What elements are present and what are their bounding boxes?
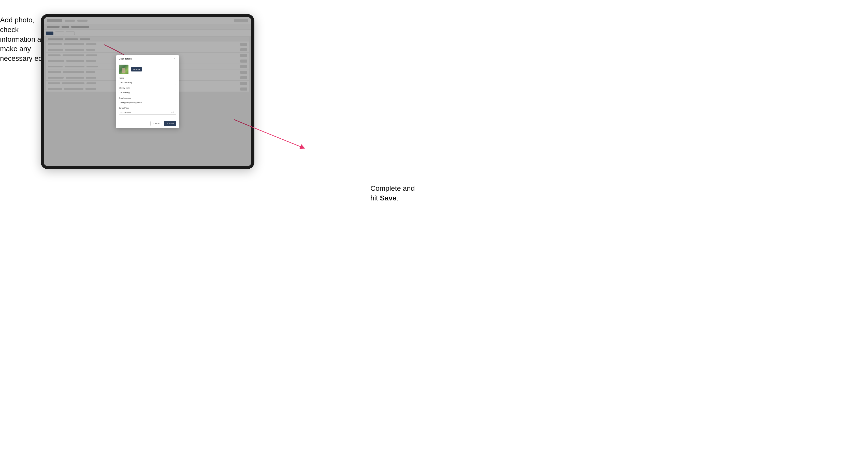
tablet-device: User details × Upload <box>41 14 254 169</box>
email-input[interactable] <box>119 100 176 105</box>
school-year-arrows: ▲ ▼ <box>173 111 175 114</box>
email-label: Email address <box>119 97 176 99</box>
modal-overlay: User details × Upload <box>44 17 251 166</box>
modal-title: User details <box>119 58 132 60</box>
school-year-clear-icon[interactable]: × <box>171 111 173 114</box>
user-photo-thumbnail <box>119 65 128 74</box>
name-field-group: Name <box>119 77 176 85</box>
school-year-controls: × ▲ ▼ <box>171 111 175 114</box>
school-year-value: Fourth Year <box>121 111 131 114</box>
save-icon: ⬆ <box>166 122 168 125</box>
modal-body: Upload Name Display name <box>116 62 179 119</box>
close-button[interactable]: × <box>173 57 176 60</box>
name-input[interactable] <box>119 80 176 85</box>
display-name-label: Display name <box>119 87 176 89</box>
photo-upload-area: Upload <box>119 65 176 74</box>
email-field-group: Email address <box>119 97 176 105</box>
school-year-label: School Year <box>119 107 176 109</box>
arrow-down-icon: ▼ <box>173 112 175 114</box>
school-year-select[interactable]: Fourth Year × ▲ ▼ <box>119 110 176 115</box>
photo-image <box>119 65 128 74</box>
app-background: User details × Upload <box>44 17 251 166</box>
modal-header: User details × <box>116 55 179 62</box>
save-button[interactable]: ⬆ Save <box>164 121 176 126</box>
save-label: Save <box>169 122 174 125</box>
cancel-button[interactable]: Cancel <box>150 121 162 126</box>
school-year-field-group: School Year Fourth Year × ▲ ▼ <box>119 107 176 115</box>
upload-photo-button[interactable]: Upload <box>131 67 142 71</box>
user-details-modal: User details × Upload <box>116 55 179 128</box>
display-name-field-group: Display name <box>119 87 176 95</box>
display-name-input[interactable] <box>119 90 176 95</box>
annotation-right-text: Complete andhit Save. <box>370 184 415 202</box>
name-label: Name <box>119 77 176 79</box>
modal-footer: Cancel ⬆ Save <box>116 119 179 128</box>
annotation-right: Complete andhit Save. <box>370 184 429 203</box>
tablet-screen: User details × Upload <box>44 17 251 166</box>
